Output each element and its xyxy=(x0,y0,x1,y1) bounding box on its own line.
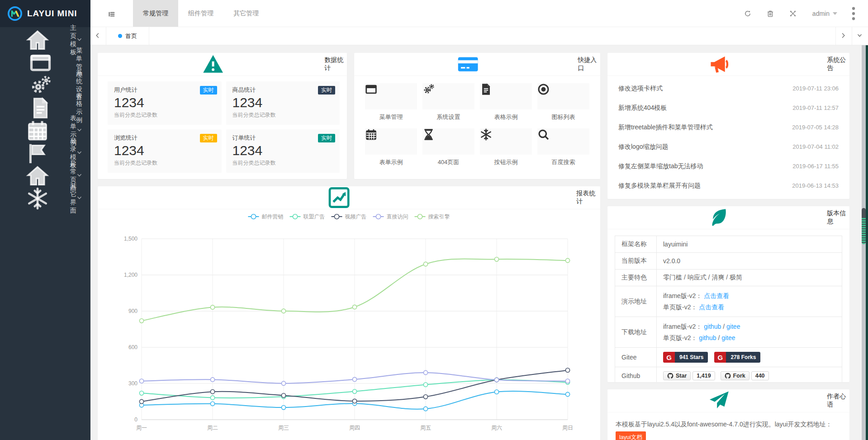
quick-item-baidu-search[interactable]: 百度搜索 xyxy=(537,128,589,166)
table-row: Gitee G 941 Stars G 278 Forks xyxy=(615,348,842,367)
snowflake-icon xyxy=(480,128,532,155)
github-fork-button[interactable]: Fork xyxy=(721,371,749,380)
window-icon xyxy=(365,83,417,109)
leaf-icon xyxy=(616,206,823,229)
quick-item-404-page[interactable]: 404页面 xyxy=(422,128,474,166)
gitee-stars-count: 941 Stars xyxy=(675,352,708,363)
version-number: v2.0.0 xyxy=(657,253,842,270)
row-label: Github xyxy=(615,367,657,383)
fullscreen-button[interactable] xyxy=(782,0,804,27)
brand-title: LAYUI MINI xyxy=(27,9,77,19)
header-tab-other[interactable]: 其它管理 xyxy=(223,0,269,27)
stat-box-orders[interactable]: 订单统计 1234 当前分类总记录数 实时 xyxy=(226,129,340,173)
download-prefix: 单页版-v2： xyxy=(663,334,699,341)
quick-label: 表单示例 xyxy=(365,158,417,166)
table-row: 下载地址 iframe版-v2： github / gitee 单页版-v2： … xyxy=(615,317,842,348)
github-fork-count[interactable]: 440 xyxy=(751,371,769,380)
svg-text:0: 0 xyxy=(134,416,138,423)
hourglass-icon xyxy=(422,128,474,155)
card-header: 数据统计 xyxy=(98,53,347,76)
chevron-down-icon xyxy=(857,33,864,40)
header-tab-components[interactable]: 组件管理 xyxy=(178,0,223,27)
search-icon xyxy=(537,128,589,155)
sidebar-item-error-pages[interactable]: 异常页面 xyxy=(0,165,90,187)
author-body: 本模板基于layui2.5.4以及font-awesome-4.7.0进行实现。… xyxy=(607,412,849,440)
demo-prefix: 单页版-v2： xyxy=(663,303,699,311)
clear-cache-button[interactable] xyxy=(759,0,782,27)
user-dropdown[interactable]: admin xyxy=(804,0,845,27)
github-star-count[interactable]: 1,419 xyxy=(693,371,715,380)
stat-box-products[interactable]: 商品统计 1234 当前分类总记录数 实时 xyxy=(226,81,340,125)
card-version-info: 版本信息 框架名称 layuimini 当前版本 v2.0.0 主要特色 零门槛… xyxy=(607,206,849,382)
layui-doc-badge[interactable]: layui文档 xyxy=(616,431,646,440)
report-line-chart[interactable]: 周一周二周三周四周五周六周日03006009001,2001,500邮件营销联盟… xyxy=(98,210,600,440)
credit-card-icon xyxy=(362,53,574,76)
download-link-github[interactable]: github xyxy=(699,334,716,341)
page-scrollbar-thumb[interactable] xyxy=(862,208,866,244)
stat-box-views[interactable]: 浏览统计 1234 当前分类总记录数 实时 xyxy=(108,129,222,173)
collapse-sidebar-button[interactable] xyxy=(90,0,133,27)
framework-name: layuimini xyxy=(657,236,842,253)
header-tab-general[interactable]: 常规管理 xyxy=(133,0,178,27)
gitee-logo-icon: G xyxy=(714,352,726,363)
download-links: iframe版-v2： github / gitee 单页版-v2： githu… xyxy=(657,317,842,348)
tab-home-label: 首页 xyxy=(125,32,137,40)
logo[interactable]: LAYUI MINI xyxy=(0,0,90,27)
card-report-statistics: 报表统计 周一周二周三周四周五周六周日03006009001,2001,500邮… xyxy=(98,186,600,440)
file-text-icon xyxy=(480,83,532,109)
demo-link-spa[interactable]: 点击查看 xyxy=(699,303,724,311)
quick-item-form-examples[interactable]: 表单示例 xyxy=(365,128,417,166)
github-star-button[interactable]: Star xyxy=(663,371,691,380)
quick-item-table-examples[interactable]: 表格示例 xyxy=(480,83,532,121)
quick-label: 表格示例 xyxy=(480,113,532,121)
quick-item-menu-management[interactable]: 菜单管理 xyxy=(365,83,417,121)
sidebar-item-other-ui[interactable]: 其它界面 xyxy=(0,187,90,210)
gears-icon xyxy=(9,74,72,97)
more-options-button[interactable] xyxy=(845,0,862,27)
card-title: 作者心语 xyxy=(827,393,849,409)
quick-item-icon-list[interactable]: 图标列表 xyxy=(537,83,589,121)
gitee-forks-badge[interactable]: G 278 Forks xyxy=(714,352,760,363)
tab-scroll-left-button[interactable] xyxy=(90,27,106,45)
svg-text:周五: 周五 xyxy=(420,425,431,431)
quick-item-system-settings[interactable]: 系统设置 xyxy=(422,83,474,121)
demo-links: iframe版-v2： 点击查看 单页版-v2： 点击查看 xyxy=(657,286,842,317)
notice-item[interactable]: 修复多模块菜单栏展开有问题 2019-06-13 14:53 xyxy=(618,176,839,195)
gears-icon xyxy=(422,83,474,109)
tab-home[interactable]: 首页 xyxy=(106,27,149,45)
download-link-github[interactable]: github xyxy=(704,323,721,330)
stat-value: 1234 xyxy=(114,142,215,159)
download-link-gitee[interactable]: gitee xyxy=(721,334,735,341)
window-edge-strip xyxy=(866,45,868,440)
notice-item[interactable]: 新增treetable插件和菜单管理样式 2019-07-05 14:28 xyxy=(618,118,839,137)
stat-box-users[interactable]: 用户统计 1234 当前分类总记录数 实时 xyxy=(108,81,222,125)
card-header: 快捷入口 xyxy=(354,53,600,76)
chevron-left-icon xyxy=(95,33,102,40)
notice-item[interactable]: 修改选项卡样式 2019-07-11 23:06 xyxy=(618,79,839,98)
download-link-gitee[interactable]: gitee xyxy=(726,323,740,330)
quick-entry-grid: 菜单管理 系统设置 表格示例 图标列表 表单示例 404页面 xyxy=(354,76,600,166)
quick-item-button-examples[interactable]: 按钮示例 xyxy=(480,128,532,166)
notice-item[interactable]: 修改logo缩放问题 2019-07-04 11:02 xyxy=(618,137,839,156)
row-label: 下载地址 xyxy=(615,317,657,348)
stat-value: 1234 xyxy=(232,142,334,159)
tab-operations-button[interactable] xyxy=(852,27,868,45)
refresh-button[interactable] xyxy=(736,0,759,27)
link-separator: / xyxy=(716,334,722,341)
warning-triangle-icon xyxy=(106,53,320,76)
sidebar-item-login-templates[interactable]: 登录模板 xyxy=(0,142,90,165)
sidebar-item-table-examples[interactable]: 表格示例 xyxy=(0,97,90,119)
github-octocat-icon xyxy=(667,373,674,379)
notice-date: 2019-07-05 14:28 xyxy=(792,124,839,131)
demo-link-iframe[interactable]: 点击查看 xyxy=(704,292,729,299)
notice-item[interactable]: 修复左侧菜单缩放tab无法移动 2019-06-17 11:55 xyxy=(618,156,839,176)
notice-text: 新增系统404模板 xyxy=(618,104,667,112)
tab-bar-right-controls xyxy=(835,27,868,45)
notice-item[interactable]: 新增系统404模板 2019-07-11 12:57 xyxy=(618,98,839,118)
gitee-stars-badge[interactable]: G 941 Stars xyxy=(663,352,708,363)
header-nav-tabs: 常规管理 组件管理 其它管理 xyxy=(133,0,269,27)
svg-text:周二: 周二 xyxy=(207,425,218,431)
tab-scroll-right-button[interactable] xyxy=(835,27,852,45)
stat-desc: 当前分类总记录数 xyxy=(232,111,334,119)
card-header: 报表统计 xyxy=(98,186,600,209)
